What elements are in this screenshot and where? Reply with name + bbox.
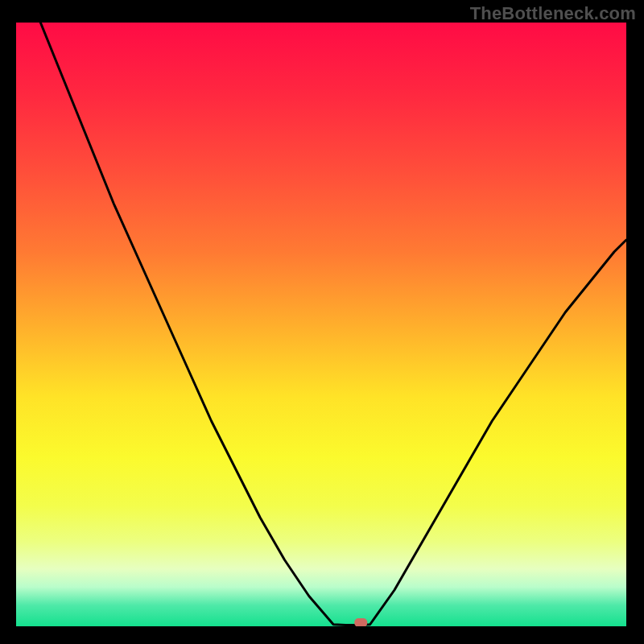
optimal-point-marker — [354, 618, 367, 626]
plot-area — [16, 23, 626, 626]
watermark-text: TheBottleneck.com — [470, 3, 636, 24]
bottleneck-chart — [16, 23, 626, 626]
gradient-background — [16, 23, 626, 626]
chart-frame: TheBottleneck.com — [0, 0, 644, 644]
